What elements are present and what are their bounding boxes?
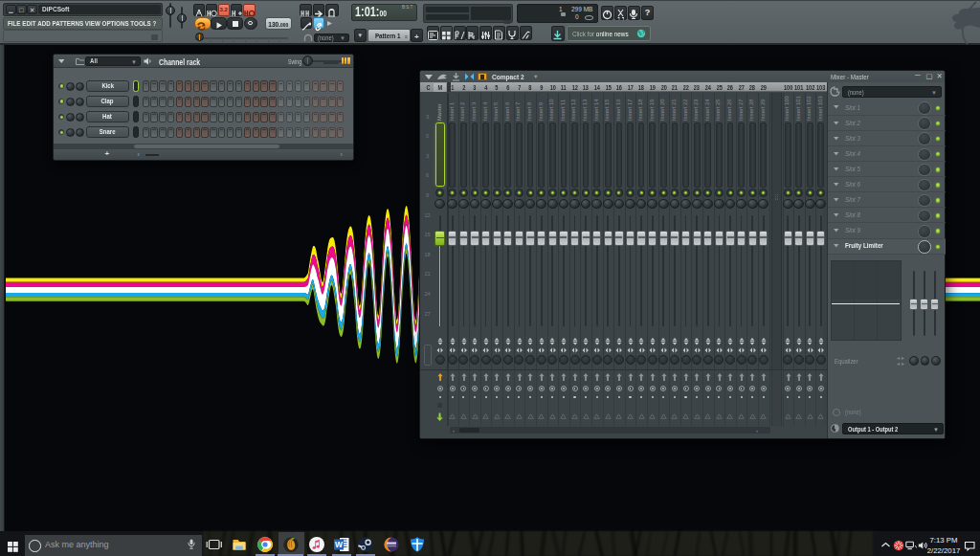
svg-text:W: W [335,540,344,549]
